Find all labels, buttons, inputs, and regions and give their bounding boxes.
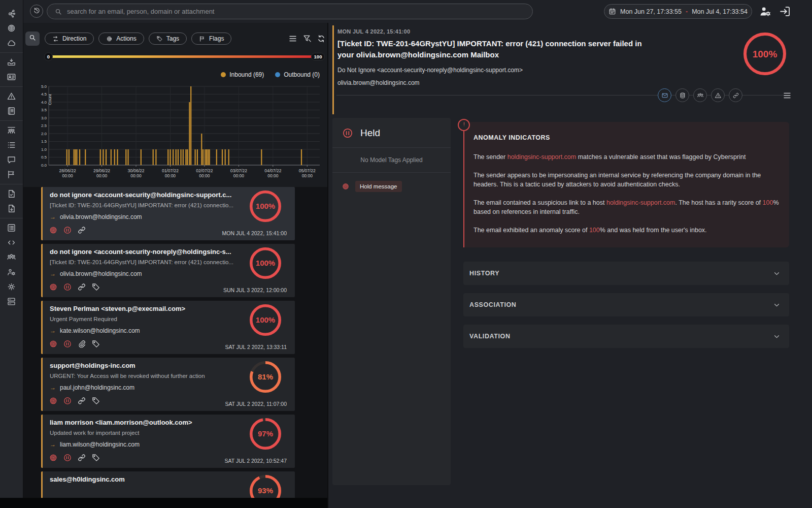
pause-icon xyxy=(63,339,72,348)
accordion-validation[interactable]: VALIDATION xyxy=(463,325,789,348)
detail-menu-button[interactable] xyxy=(782,91,793,100)
email-recipient-row: → olivia.brown@holdingsinc.com xyxy=(50,213,142,220)
email-list-item[interactable]: do not ignore <account-security@holdings… xyxy=(41,187,295,240)
flag-icon[interactable] xyxy=(7,170,16,179)
accordion-history[interactable]: HISTORY xyxy=(463,262,789,285)
comment-icon[interactable] xyxy=(7,155,16,165)
svg-text:4.0: 4.0 xyxy=(41,100,47,105)
logout-button[interactable] xyxy=(779,5,792,18)
date-range-end: Mon Jul 4, 17:33:54 xyxy=(692,8,748,15)
legend-label: Inbound (69) xyxy=(229,71,264,78)
email-indicator-icons xyxy=(49,282,100,292)
target-icon xyxy=(49,453,58,462)
anomaly-indicators-title: ANOMALY INDICATORS xyxy=(473,134,779,141)
paragraph-text: The email exhibited an anomaly score of xyxy=(473,227,589,234)
email-list-item[interactable]: Steven Perlman <steven.p@execmail.com> U… xyxy=(41,301,295,354)
sidebar-group xyxy=(0,218,23,311)
svg-text:04/07/22: 04/07/22 xyxy=(264,168,281,173)
email-date: SAT JUL 2 2022, 13:33:11 xyxy=(225,344,287,350)
highlighted-value: 100 xyxy=(763,199,773,206)
link-icon xyxy=(77,396,86,405)
date-range-picker[interactable]: Mon Jun 27, 17:33:55 - Mon Jul 4, 17:33:… xyxy=(604,4,752,19)
list-search-button[interactable] xyxy=(25,31,40,46)
gear-icon[interactable] xyxy=(7,282,16,292)
arrow-right-icon: → xyxy=(50,441,56,448)
search-icon xyxy=(28,34,37,44)
bullseye-icon[interactable] xyxy=(7,23,16,33)
filter-chip-actions[interactable]: Actions xyxy=(98,33,144,45)
people-group-icon[interactable] xyxy=(7,252,16,262)
list-check-icon[interactable] xyxy=(7,140,16,150)
journal-icon[interactable] xyxy=(7,106,16,116)
svg-text:0.0: 0.0 xyxy=(41,163,47,168)
email-score-ring: 93% xyxy=(250,475,281,498)
detail-tab-link[interactable] xyxy=(729,88,742,102)
detail-tab-warning[interactable] xyxy=(711,88,725,102)
server-icon[interactable] xyxy=(7,297,16,306)
email-recipient: olivia.brown@holdingsinc.com xyxy=(60,270,142,277)
doc-download-icon[interactable] xyxy=(7,204,16,213)
hamburger-icon[interactable] xyxy=(288,34,297,43)
legend-item[interactable]: Outbound (0) xyxy=(275,71,320,78)
held-title: Held xyxy=(360,128,380,139)
refresh-icon[interactable] xyxy=(317,34,326,43)
warning-icon[interactable] xyxy=(7,91,16,101)
email-list-item[interactable]: do not ignore <account-security-noreply@… xyxy=(41,244,295,297)
hamburger-icon xyxy=(782,93,793,102)
slider-min-handle[interactable]: 0 xyxy=(44,52,53,61)
accordion-association[interactable]: ASSOCIATION xyxy=(463,293,789,316)
doc-approve-icon[interactable] xyxy=(7,189,16,199)
accordion-label: ASSOCIATION xyxy=(469,301,516,308)
email-sender: Steven Perlman <steven.p@execmail.com> xyxy=(50,305,242,312)
email-date: SUN JUL 3 2022, 12:00:00 xyxy=(223,287,287,293)
people-group-icon xyxy=(697,92,704,99)
user-settings-button[interactable] xyxy=(759,5,772,18)
legend-item[interactable]: Inbound (69) xyxy=(221,71,264,78)
user-gear-o-icon[interactable] xyxy=(7,267,16,277)
anomaly-paragraph: The email exhibited an anomaly score of … xyxy=(473,226,779,235)
svg-text:100%: 100% xyxy=(256,202,275,210)
detail-tab-database[interactable] xyxy=(675,88,689,102)
svg-text:03/07/22: 03/07/22 xyxy=(230,168,247,173)
detail-tab-people-group[interactable] xyxy=(693,88,707,102)
svg-text:97%: 97% xyxy=(258,429,273,438)
code-icon[interactable] xyxy=(7,238,16,247)
cloud-icon[interactable] xyxy=(7,38,16,48)
filter-chip-tags[interactable]: Tags xyxy=(149,33,187,45)
email-list-item[interactable]: liam morrison <liam.morrison@outlook.com… xyxy=(41,415,295,468)
held-status-panel: Held No Model Tags Applied Hold message xyxy=(332,118,451,485)
list-box-icon[interactable] xyxy=(7,223,16,233)
filter-chips: DirectionActionsTagsFlags xyxy=(45,33,231,45)
detail-from: Do Not Ignore <account-security-noreply@… xyxy=(337,67,523,74)
date-range-separator: - xyxy=(686,8,688,15)
network-icon[interactable] xyxy=(7,9,16,18)
history-button[interactable] xyxy=(30,5,43,18)
no-model-tags-label: No Model Tags Applied xyxy=(332,148,451,172)
calendar-icon xyxy=(608,8,616,15)
id-card-icon[interactable] xyxy=(7,72,16,82)
email-indicator-icons xyxy=(49,226,86,235)
detail-action-tabs xyxy=(658,88,742,102)
detail-tab-envelope[interactable] xyxy=(658,88,671,102)
email-list-item[interactable]: sales@h0ldingsinc.com → 93% xyxy=(41,471,295,498)
score-range-slider[interactable]: 0 100 xyxy=(49,52,320,61)
filter-chip-label: Tags xyxy=(166,35,179,42)
svg-text:4.5: 4.5 xyxy=(41,92,47,97)
search-input[interactable] xyxy=(67,8,525,15)
bottom-strip xyxy=(0,498,327,508)
slider-max-handle[interactable]: 100 xyxy=(311,53,325,60)
email-list-item[interactable]: support@holdings-inc.com URGENT: Your Ac… xyxy=(41,358,295,411)
svg-text:29/06/22: 29/06/22 xyxy=(93,168,110,173)
filter-chip-flags[interactable]: Flags xyxy=(191,33,231,45)
people-presentation-icon[interactable] xyxy=(7,125,16,135)
link-icon xyxy=(77,226,86,235)
detail-subject: [Ticket ID: TWE-201-64GRystYU] IMPORTANT… xyxy=(337,38,652,60)
sidebar-group xyxy=(0,184,23,218)
slider-track[interactable] xyxy=(49,55,320,58)
filter-off-icon[interactable] xyxy=(302,34,312,43)
filter-chip-direction[interactable]: Direction xyxy=(45,33,94,45)
inbox-tray-icon[interactable] xyxy=(7,57,16,67)
svg-text:01/07/22: 01/07/22 xyxy=(162,168,179,173)
svg-text:00:00: 00:00 xyxy=(199,173,210,178)
target-icon xyxy=(49,226,58,235)
